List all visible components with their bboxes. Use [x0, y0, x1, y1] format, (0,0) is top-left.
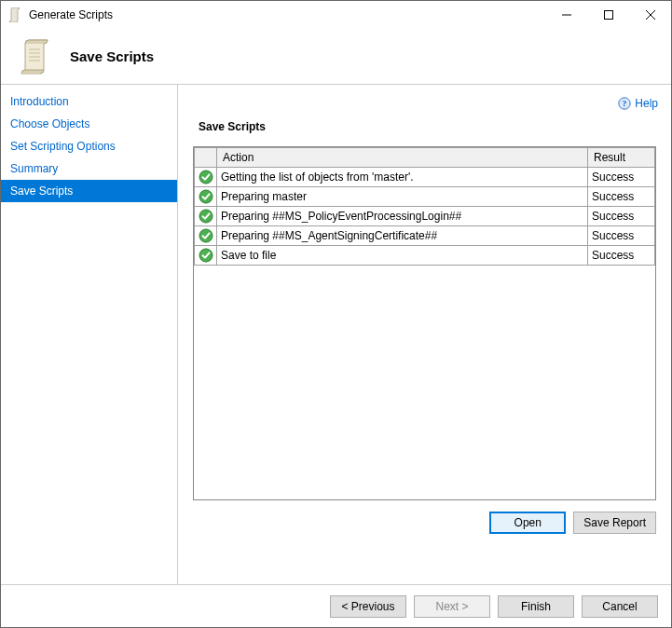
result-cell: Success	[588, 207, 655, 226]
col-icon	[195, 148, 217, 168]
result-cell: Success	[588, 246, 655, 266]
table-row[interactable]: Getting the list of objects from 'master…	[195, 168, 655, 187]
help-row: ? Help	[191, 94, 658, 113]
minimize-button[interactable]	[545, 1, 587, 29]
close-button[interactable]	[629, 1, 671, 29]
table-row[interactable]: Preparing ##MS_AgentSigningCertificate##…	[195, 226, 655, 246]
action-cell: Preparing master	[217, 187, 588, 207]
col-result: Result	[588, 148, 655, 168]
next-button[interactable]: Next >	[414, 595, 490, 618]
results-grid[interactable]: Action Result Getting the list of object…	[193, 146, 656, 500]
open-button[interactable]: Open	[489, 512, 566, 534]
result-cell: Success	[588, 187, 655, 207]
nav-save-scripts[interactable]: Save Scripts	[1, 180, 177, 202]
table-row[interactable]: Preparing ##MS_PolicyEventProcessingLogi…	[195, 207, 655, 226]
wizard-footer: < Previous Next > Finish Cancel	[1, 584, 671, 627]
action-cell: Preparing ##MS_PolicyEventProcessingLogi…	[217, 207, 588, 226]
result-cell: Success	[588, 168, 655, 187]
previous-button[interactable]: < Previous	[330, 595, 406, 618]
success-icon	[195, 226, 217, 246]
success-icon	[195, 207, 217, 226]
maximize-button[interactable]	[587, 1, 629, 29]
main-panel: ? Help Save Scripts Action	[178, 85, 671, 584]
action-cell: Save to file	[217, 246, 588, 266]
svg-rect-1	[604, 11, 612, 20]
col-action: Action	[217, 148, 588, 168]
titlebar: Generate Scripts	[1, 1, 671, 29]
body: Introduction Choose Objects Set Scriptin…	[1, 85, 671, 584]
success-icon	[195, 168, 217, 187]
success-icon	[195, 187, 217, 207]
action-row: Open Save Report	[191, 512, 658, 534]
app-icon	[8, 7, 23, 22]
action-cell: Getting the list of objects from 'master…	[217, 168, 588, 187]
save-report-button[interactable]: Save Report	[573, 512, 656, 534]
table-row[interactable]: Save to fileSuccess	[195, 246, 655, 266]
wizard-window: Generate Scripts Sav	[0, 0, 672, 628]
table-row[interactable]: Preparing masterSuccess	[195, 187, 655, 207]
nav-set-scripting-options[interactable]: Set Scripting Options	[1, 135, 177, 157]
scroll-icon	[18, 38, 55, 75]
section-title: Save Scripts	[199, 120, 658, 133]
action-cell: Preparing ##MS_AgentSigningCertificate##	[217, 226, 588, 246]
svg-text:?: ?	[623, 99, 627, 108]
nav-choose-objects[interactable]: Choose Objects	[1, 113, 177, 135]
help-label: Help	[635, 97, 658, 110]
nav-introduction[interactable]: Introduction	[1, 90, 177, 113]
help-link[interactable]: ? Help	[618, 97, 658, 110]
result-cell: Success	[588, 226, 655, 246]
cancel-button[interactable]: Cancel	[582, 595, 658, 618]
window-controls	[545, 1, 671, 29]
success-icon	[195, 246, 217, 266]
page-title: Save Scripts	[70, 48, 154, 64]
help-icon: ?	[618, 97, 631, 110]
header-band: Save Scripts	[1, 29, 671, 85]
wizard-nav: Introduction Choose Objects Set Scriptin…	[1, 85, 178, 584]
grid-header-row: Action Result	[195, 148, 655, 168]
window-title: Generate Scripts	[29, 8, 545, 21]
nav-summary[interactable]: Summary	[1, 157, 177, 180]
finish-button[interactable]: Finish	[498, 595, 574, 618]
